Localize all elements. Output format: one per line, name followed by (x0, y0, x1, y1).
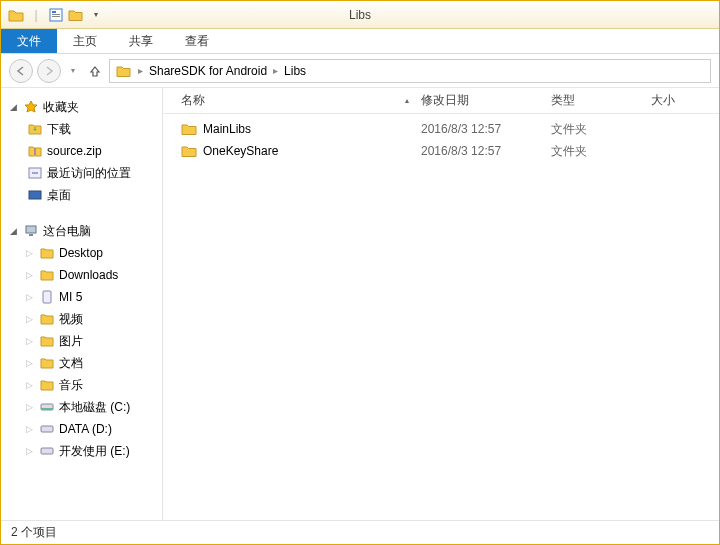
file-name: MainLibs (203, 122, 251, 136)
tree-label: MI 5 (59, 290, 82, 304)
tree-label: 下载 (47, 121, 71, 138)
tree-label: 桌面 (47, 187, 71, 204)
svg-rect-1 (52, 11, 56, 13)
column-size[interactable]: 大小 (645, 92, 705, 109)
navigation-pane[interactable]: ◢ 收藏夹 下载 source.zip 最近访问的位置 桌面 (1, 88, 163, 520)
file-row[interactable]: OneKeyShare 2016/8/3 12:57 文件夹 (163, 140, 719, 162)
tree-item-downloads[interactable]: ▷Downloads (1, 264, 162, 286)
tree-group-thispc: ◢ 这台电脑 ▷Desktop ▷Downloads ▷MI 5 ▷视频 ▷图片… (1, 220, 162, 462)
tree-label: Desktop (59, 246, 103, 260)
tree-item-drive-d[interactable]: ▷DATA (D:) (1, 418, 162, 440)
svg-rect-2 (52, 14, 60, 15)
expand-arrow-icon[interactable]: ▷ (23, 402, 35, 412)
breadcrumb-item-1[interactable]: Libs (280, 64, 310, 78)
tree-group-favorites: ◢ 收藏夹 下载 source.zip 最近访问的位置 桌面 (1, 96, 162, 206)
tree-item-mi5[interactable]: ▷MI 5 (1, 286, 162, 308)
file-row[interactable]: MainLibs 2016/8/3 12:57 文件夹 (163, 118, 719, 140)
tree-item-pictures[interactable]: ▷图片 (1, 330, 162, 352)
svg-rect-8 (29, 234, 33, 236)
status-text: 2 个项目 (11, 524, 57, 541)
tree-label: 收藏夹 (43, 99, 79, 116)
tree-item-drive-e[interactable]: ▷开发使用 (E:) (1, 440, 162, 462)
drive-icon (39, 421, 55, 437)
new-folder-icon[interactable] (67, 6, 85, 24)
collapse-arrow-icon[interactable]: ◢ (7, 226, 19, 236)
tab-file[interactable]: 文件 (1, 29, 57, 53)
tree-header-thispc[interactable]: ◢ 这台电脑 (1, 220, 162, 242)
svg-rect-13 (41, 448, 53, 454)
ribbon-tabs: 文件 主页 共享 查看 (1, 29, 719, 54)
expand-arrow-icon[interactable]: ▷ (23, 292, 35, 302)
tree-label: 图片 (59, 333, 83, 350)
tree-item-music[interactable]: ▷音乐 (1, 374, 162, 396)
svg-rect-7 (26, 226, 36, 233)
window-title: Libs (349, 8, 371, 22)
quick-access-toolbar: | ▾ (1, 6, 111, 24)
column-date[interactable]: 修改日期 (415, 92, 545, 109)
file-list-pane: 名称 ▴ 修改日期 类型 大小 MainLibs 2016/8/3 12:57 … (163, 88, 719, 520)
download-folder-icon (27, 121, 43, 137)
expand-arrow-icon[interactable]: ▷ (23, 270, 35, 280)
tree-item-desktop[interactable]: ▷Desktop (1, 242, 162, 264)
up-button[interactable] (85, 61, 105, 81)
tree-item-recent[interactable]: 最近访问的位置 (1, 162, 162, 184)
folder-icon (39, 355, 55, 371)
properties-icon[interactable] (47, 6, 65, 24)
column-name[interactable]: 名称 ▴ (175, 92, 415, 109)
tree-item-documents[interactable]: ▷文档 (1, 352, 162, 374)
phone-icon (39, 289, 55, 305)
breadcrumb-root-icon[interactable] (112, 64, 136, 78)
chevron-right-icon[interactable]: ▸ (271, 65, 280, 76)
tree-item-source-zip[interactable]: source.zip (1, 140, 162, 162)
tree-label: 音乐 (59, 377, 83, 394)
tree-item-downloads-fav[interactable]: 下载 (1, 118, 162, 140)
main-area: ◢ 收藏夹 下载 source.zip 最近访问的位置 桌面 (1, 88, 719, 520)
folder-icon (7, 6, 25, 24)
status-bar: 2 个项目 (1, 520, 719, 544)
expand-arrow-icon[interactable]: ▷ (23, 314, 35, 324)
tree-item-videos[interactable]: ▷视频 (1, 308, 162, 330)
folder-icon (39, 333, 55, 349)
column-type[interactable]: 类型 (545, 92, 645, 109)
computer-icon (23, 223, 39, 239)
back-button[interactable] (9, 59, 33, 83)
expand-arrow-icon[interactable]: ▷ (23, 446, 35, 456)
collapse-arrow-icon[interactable]: ◢ (7, 102, 19, 112)
tree-item-drive-c[interactable]: ▷本地磁盘 (C:) (1, 396, 162, 418)
expand-arrow-icon[interactable]: ▷ (23, 358, 35, 368)
folder-icon (39, 377, 55, 393)
tree-header-favorites[interactable]: ◢ 收藏夹 (1, 96, 162, 118)
qat-dropdown-icon[interactable]: ▾ (87, 6, 105, 24)
tab-home[interactable]: 主页 (57, 29, 113, 53)
file-date: 2016/8/3 12:57 (415, 144, 545, 158)
tab-view[interactable]: 查看 (169, 29, 225, 53)
recent-icon (27, 165, 43, 181)
expand-arrow-icon[interactable]: ▷ (23, 424, 35, 434)
drive-icon (39, 399, 55, 415)
tree-label: 最近访问的位置 (47, 165, 131, 182)
file-type: 文件夹 (545, 143, 645, 160)
tree-label: 文档 (59, 355, 83, 372)
tab-share[interactable]: 共享 (113, 29, 169, 53)
tree-label: source.zip (47, 144, 102, 158)
svg-rect-11 (41, 408, 53, 410)
expand-arrow-icon[interactable]: ▷ (23, 380, 35, 390)
breadcrumb-item-0[interactable]: ShareSDK for Android (145, 64, 271, 78)
file-name-cell: MainLibs (175, 122, 415, 136)
file-type: 文件夹 (545, 121, 645, 138)
breadcrumb-bar[interactable]: ▸ ShareSDK for Android ▸ Libs (109, 59, 711, 83)
expand-arrow-icon[interactable]: ▷ (23, 248, 35, 258)
tree-label: 开发使用 (E:) (59, 443, 130, 460)
drive-icon (39, 443, 55, 459)
tree-label: Downloads (59, 268, 118, 282)
tree-item-desktop-fav[interactable]: 桌面 (1, 184, 162, 206)
forward-button[interactable] (37, 59, 61, 83)
file-name: OneKeyShare (203, 144, 278, 158)
expand-arrow-icon[interactable]: ▷ (23, 336, 35, 346)
folder-icon (181, 144, 197, 158)
recent-dropdown[interactable]: ▾ (65, 63, 81, 79)
file-rows[interactable]: MainLibs 2016/8/3 12:57 文件夹 OneKeyShare … (163, 114, 719, 520)
qat-separator: | (27, 6, 45, 24)
chevron-right-icon[interactable]: ▸ (136, 65, 145, 76)
column-name-label: 名称 (181, 92, 205, 109)
